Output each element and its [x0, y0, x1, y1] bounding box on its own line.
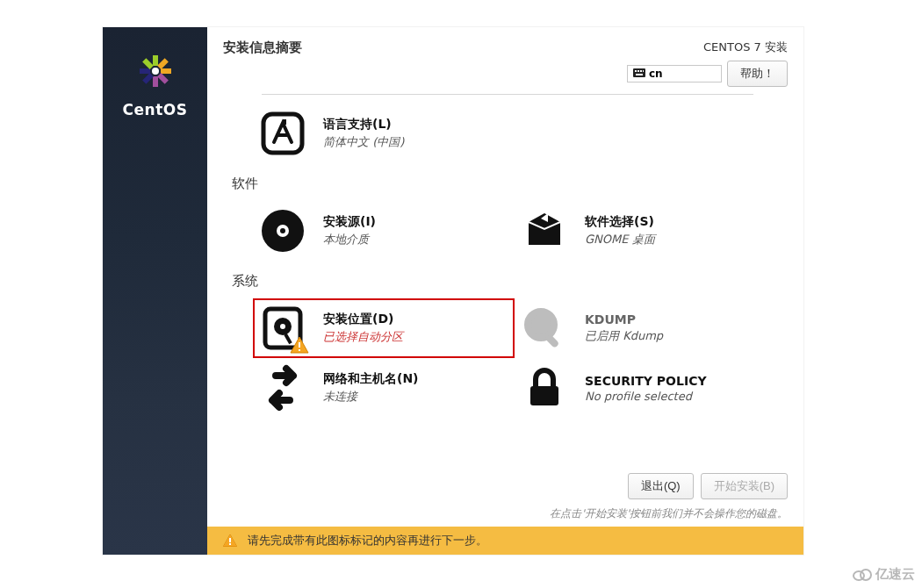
spoke-title: 软件选择(S) [585, 214, 655, 230]
warning-bar[interactable]: 请先完成带有此图标标记的内容再进行下一步。 [207, 527, 803, 555]
page-title: 安装信息摘要 [223, 39, 302, 56]
spoke-title: SECURITY POLICY [585, 374, 707, 388]
spoke-kdump[interactable]: KDUMP 已启用 Kdump [515, 298, 776, 358]
warning-bar-text: 请先完成带有此图标标记的内容再进行下一步。 [248, 533, 487, 549]
svg-point-26 [528, 312, 554, 338]
harddisk-icon [258, 304, 307, 353]
svg-rect-10 [635, 70, 637, 72]
sidebar: CentOS [103, 27, 207, 555]
spoke-title: KDUMP [585, 312, 663, 326]
svg-rect-0 [153, 55, 158, 66]
topbar: 安装信息摘要 CENTOS 7 安装 cn 帮助！ [207, 27, 803, 87]
spoke-status: 已启用 Kdump [585, 328, 663, 344]
spoke-installation-source[interactable]: 安装源(I) 本地介质 [253, 201, 515, 261]
svg-rect-14 [636, 74, 643, 75]
language-icon [258, 109, 307, 158]
spoke-security-policy[interactable]: SECURITY POLICY No profile selected [515, 358, 776, 418]
svg-point-22 [280, 324, 285, 329]
spoke-status: No profile selected [585, 390, 707, 403]
svg-point-19 [280, 228, 285, 233]
network-arrows-icon [258, 363, 307, 412]
product-name: CENTOS 7 安装 [703, 39, 788, 55]
svg-rect-7 [142, 58, 154, 69]
svg-rect-13 [643, 70, 644, 72]
svg-point-32 [861, 570, 871, 580]
spoke-status: 已选择自动分区 [323, 329, 403, 345]
keyboard-indicator[interactable]: cn [627, 65, 722, 82]
footer-note: 在点击'开始安装'按钮前我们并不会操作您的磁盘。 [550, 506, 788, 521]
spoke-language-support[interactable]: 语言支持(L) 简体中文 (中国) [253, 104, 515, 163]
top-right: CENTOS 7 安装 cn 帮助！ [627, 39, 788, 87]
main-panel: 安装信息摘要 CENTOS 7 安装 cn 帮助！ [207, 27, 803, 555]
spoke-title: 网络和主机名(N) [323, 371, 419, 387]
spoke-title: 安装源(I) [323, 214, 376, 230]
svg-rect-24 [299, 342, 300, 348]
svg-rect-5 [157, 73, 169, 84]
svg-rect-29 [229, 538, 231, 542]
svg-rect-30 [229, 543, 231, 545]
keyboard-layout-label: cn [649, 68, 663, 80]
svg-rect-16 [283, 119, 286, 125]
spoke-title: 安装位置(D) [323, 312, 403, 327]
installer-window: CentOS 安装信息摘要 CENTOS 7 安装 cn 帮助！ [103, 27, 803, 555]
svg-rect-12 [640, 70, 642, 72]
svg-point-8 [152, 68, 159, 75]
watermark-text: 亿速云 [875, 566, 915, 583]
spoke-network-hostname[interactable]: 网络和主机名(N) 未连接 [253, 358, 515, 418]
help-button[interactable]: 帮助！ [727, 61, 788, 87]
spoke-status: 本地介质 [323, 232, 376, 247]
brand-name: CentOS [123, 101, 188, 118]
quit-button[interactable]: 退出(Q) [628, 473, 694, 499]
warning-triangle-icon [223, 534, 237, 548]
svg-rect-28 [530, 386, 558, 405]
svg-rect-11 [637, 70, 639, 72]
category-system: 系统 [232, 273, 788, 290]
svg-rect-1 [161, 68, 171, 74]
svg-rect-3 [140, 68, 150, 74]
svg-rect-6 [142, 73, 154, 84]
svg-rect-2 [153, 76, 158, 87]
svg-rect-4 [157, 58, 169, 69]
begin-install-button[interactable]: 开始安装(B) [701, 473, 788, 499]
spoke-title: 语言支持(L) [323, 117, 404, 133]
hub-content: 语言支持(L) 简体中文 (中国) 软件 安装源(I) 本地介质 [207, 87, 803, 466]
spoke-status: GNOME 桌面 [585, 232, 655, 247]
svg-rect-25 [299, 349, 300, 351]
spoke-status: 简体中文 (中国) [323, 134, 404, 150]
magnifier-icon [520, 304, 569, 353]
lock-icon [520, 363, 569, 412]
divider [262, 94, 753, 95]
svg-rect-9 [633, 68, 645, 77]
spoke-software-selection[interactable]: 软件选择(S) GNOME 桌面 [515, 201, 776, 261]
package-icon [520, 206, 569, 255]
disc-icon [258, 206, 307, 255]
footer: 退出(Q) 开始安装(B) 在点击'开始安装'按钮前我们并不会操作您的磁盘。 [207, 466, 803, 527]
category-software: 软件 [232, 176, 788, 192]
keyboard-icon [633, 68, 645, 80]
spoke-installation-destination[interactable]: 安装位置(D) 已选择自动分区 [253, 298, 515, 358]
watermark: 亿速云 [853, 566, 915, 583]
spoke-status: 未连接 [323, 389, 419, 405]
warning-triangle-icon [290, 335, 309, 355]
centos-logo-icon [138, 54, 173, 89]
